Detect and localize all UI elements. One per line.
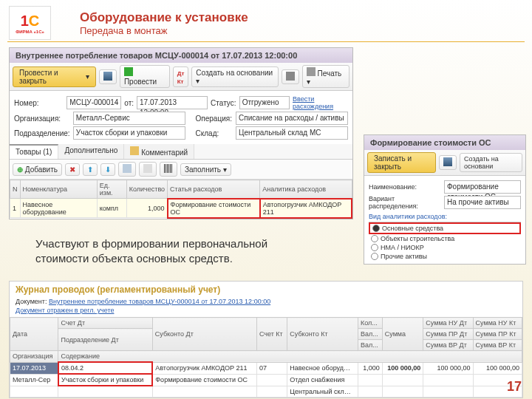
note-text: Участвуют в формировании первоначальнойс… bbox=[35, 236, 267, 265]
create-based-button[interactable]: Создать на основании ▾ bbox=[191, 66, 278, 87]
col-dep[interactable]: Подразделение Дт bbox=[58, 329, 152, 351]
col-anal[interactable]: Аналитика расходов bbox=[260, 180, 352, 199]
comment-icon bbox=[130, 146, 139, 155]
col-qty[interactable]: Кол... bbox=[358, 318, 382, 329]
op-label: Операция: bbox=[196, 115, 233, 123]
grid-row[interactable]: 1 Навесное оборудование компл 1,000 Форм… bbox=[10, 199, 352, 218]
form: Наименование:Формирование стоимости ОС В… bbox=[364, 176, 525, 264]
org-input[interactable]: Металл-Сервис bbox=[73, 112, 185, 125]
col-spk[interactable]: Сумма ПР Кт bbox=[473, 329, 522, 340]
create-based-button[interactable]: Создать на основани bbox=[460, 153, 522, 172]
col-ed[interactable]: Ед. изм. bbox=[97, 180, 126, 199]
doc-label: Документ: bbox=[16, 298, 47, 305]
tab-comment[interactable]: Комментарий bbox=[124, 144, 194, 159]
name-label: Наименование: bbox=[369, 183, 441, 191]
title-sub: Передача в монтаж bbox=[80, 25, 248, 36]
col-n[interactable]: N bbox=[10, 180, 21, 199]
radio-fixed-assets[interactable]: Основные средства bbox=[369, 222, 521, 234]
toolbar: Записать и закрыть Создать на основани bbox=[364, 150, 525, 176]
clip-icon bbox=[286, 72, 295, 81]
doc-button[interactable] bbox=[139, 162, 157, 177]
radio-nma[interactable]: НМА / НИОКР bbox=[369, 243, 521, 252]
col-content[interactable]: Содержание bbox=[58, 351, 522, 363]
status-label: Статус: bbox=[211, 99, 236, 107]
col-subkt[interactable]: Субконто Кт bbox=[287, 318, 358, 351]
tab-items[interactable]: Товары (1) bbox=[10, 144, 58, 159]
page-number: 17 bbox=[507, 379, 522, 395]
col-nom[interactable]: Номенклатура bbox=[20, 180, 97, 199]
col-svd[interactable]: Сумма ВР Дт bbox=[423, 340, 473, 351]
printer-icon bbox=[307, 67, 316, 76]
title-main: Оборудование к установке bbox=[80, 10, 248, 25]
down-button[interactable]: ⬇ bbox=[100, 163, 115, 176]
var-input[interactable]: На прочие активы bbox=[444, 196, 521, 209]
attach-button[interactable] bbox=[282, 69, 299, 84]
status-input[interactable]: Отгружено bbox=[239, 96, 290, 109]
plus-icon: ⊕ bbox=[17, 166, 23, 174]
var-label: Вариант распределения: bbox=[369, 195, 441, 210]
radio-construction[interactable]: Объекты строительства bbox=[369, 234, 521, 243]
add-button[interactable]: ⊕ Добавить bbox=[13, 163, 62, 176]
col-snd[interactable]: Сумма НУ Дт bbox=[423, 318, 473, 329]
window-title: Формирование стоимости ОС bbox=[364, 135, 525, 150]
col-sum[interactable]: Сумма bbox=[382, 318, 423, 351]
col-kt[interactable]: Счет Кт bbox=[256, 318, 287, 351]
col-date[interactable]: Дата bbox=[10, 318, 58, 351]
barcode-button[interactable] bbox=[160, 162, 177, 177]
radio-other[interactable]: Прочие активы bbox=[369, 252, 521, 261]
col-qty[interactable]: Количество bbox=[126, 180, 167, 199]
post-button[interactable]: Провести bbox=[120, 65, 170, 88]
logo-text: ФИРМА «1С» bbox=[16, 30, 44, 34]
col-org[interactable]: Организация bbox=[10, 351, 58, 363]
tab-extra[interactable]: Дополнительно bbox=[58, 144, 124, 159]
posting-row[interactable]: 17.07.2013 08.04.2 Автопогрузчик АМКОДОР… bbox=[10, 362, 522, 374]
grid-toolbar: ⊕ Добавить ✖ ⬆ ⬇ Заполнить ▾ bbox=[10, 160, 352, 180]
posting-row[interactable]: Металл-Сер Участок сборки и упаковки Фор… bbox=[10, 374, 522, 386]
up-icon: ⬆ bbox=[87, 166, 93, 174]
col-item[interactable]: Статья расходов bbox=[168, 180, 260, 199]
diskette-icon bbox=[443, 157, 452, 166]
slide-title: Оборудование к установке Передача в монт… bbox=[80, 10, 248, 36]
delete-button[interactable]: ✖ bbox=[65, 163, 80, 176]
save-button[interactable] bbox=[439, 155, 457, 170]
name-input[interactable]: Формирование стоимости ОС bbox=[444, 180, 521, 194]
col-snk[interactable]: Сумма НУ Кт bbox=[473, 318, 522, 329]
dtkt-button[interactable]: ДтКт bbox=[173, 66, 189, 87]
save-close-button[interactable]: Записать и закрыть bbox=[367, 152, 436, 173]
col-subdt[interactable]: Субконто Дт bbox=[152, 318, 256, 351]
print-button[interactable]: Печать ▾ bbox=[302, 65, 349, 88]
internal-consumption-window: Внутреннее потребление товаров МСЦУ-0000… bbox=[9, 47, 353, 219]
copy-button[interactable] bbox=[118, 162, 136, 177]
dep-input[interactable]: Участок сборки и упаковки bbox=[73, 126, 185, 140]
items-grid[interactable]: N Номенклатура Ед. изм. Количество Стать… bbox=[10, 180, 352, 219]
section-header: Вид аналитики расходов: bbox=[369, 211, 521, 222]
op-input[interactable]: Списание на расходы / активы bbox=[236, 112, 348, 125]
col-val[interactable]: Вал... bbox=[358, 329, 382, 340]
doc-icon bbox=[143, 164, 152, 173]
postings-grid[interactable]: Дата Счет Дт Субконто Дт Счет Кт Субконт… bbox=[10, 317, 522, 398]
doc-link[interactable]: Внутреннее потребление товаров МСЦУ-0000… bbox=[49, 298, 270, 305]
num-input[interactable]: МСЦУ-000014 bbox=[66, 96, 121, 109]
col-svk[interactable]: Сумма ВР Кт bbox=[473, 340, 522, 351]
org-label: Организация: bbox=[14, 115, 70, 123]
toolbar: Провести и закрыть ▾ Провести ДтКт Созда… bbox=[10, 63, 352, 91]
col-spd[interactable]: Сумма ПР Дт bbox=[423, 329, 473, 340]
up-button[interactable]: ⬆ bbox=[83, 163, 98, 176]
logo: 1CФИРМА «1С» bbox=[9, 6, 51, 40]
window-title: Внутреннее потребление товаров МСЦУ-0000… bbox=[10, 48, 352, 63]
tabs: Товары (1) Дополнительно Комментарий bbox=[10, 144, 352, 160]
barcode-icon bbox=[164, 164, 173, 173]
posting-row[interactable]: Центральный скл… bbox=[10, 386, 522, 397]
fill-button[interactable]: Заполнить ▾ bbox=[180, 163, 231, 176]
wh-input[interactable]: Центральный склад МС bbox=[236, 126, 348, 140]
dtkt-icon: ДтКт bbox=[177, 70, 185, 85]
window-title: Журнал проводок (регламентированный учет… bbox=[10, 282, 522, 298]
wh-label: Склад: bbox=[196, 129, 233, 137]
reflected-link[interactable]: Документ отражен в регл. учете bbox=[10, 307, 522, 317]
save-button[interactable] bbox=[99, 69, 117, 84]
post-close-button[interactable]: Провести и закрыть ▾ bbox=[13, 66, 96, 87]
date-input[interactable]: 17.07.2013 12:00:00 bbox=[137, 96, 208, 109]
discrepancy-link[interactable]: Ввести расхождения bbox=[293, 95, 348, 110]
col-dt[interactable]: Счет Дт bbox=[58, 318, 152, 329]
header-form: Номер: МСЦУ-000014 от: 17.07.2013 12:00:… bbox=[10, 91, 352, 144]
